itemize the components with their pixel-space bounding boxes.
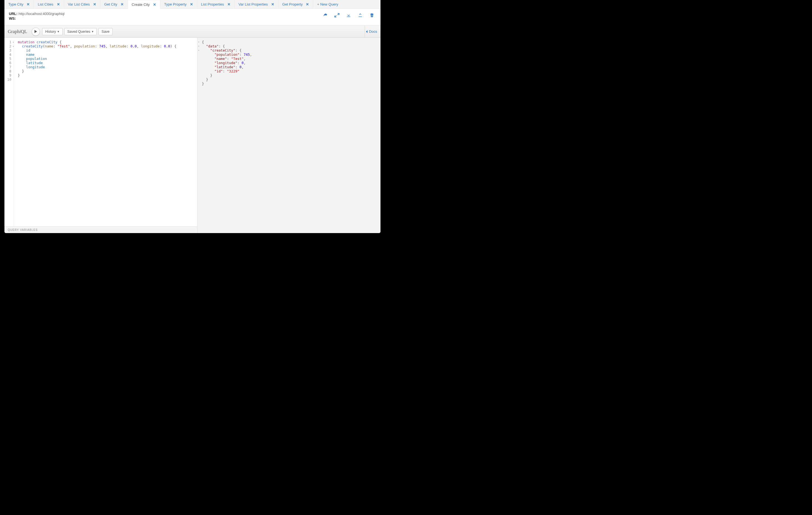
ws-label: WS:	[9, 17, 16, 21]
toolbar-divider	[365, 26, 365, 37]
query-tabs: Type City✕List Cities✕Var List Cities✕Ge…	[4, 0, 380, 9]
tab-label: List Cities	[38, 2, 53, 6]
save-label: Save	[102, 30, 110, 33]
connection-actions	[323, 12, 376, 18]
tab-label: Var List Cities	[68, 2, 90, 6]
logo-text-post: QL	[21, 29, 27, 34]
save-button[interactable]: Save	[98, 28, 113, 35]
tab-list-properties[interactable]: List Properties✕	[197, 0, 235, 8]
tab-label: Type Property	[164, 2, 186, 6]
execute-button[interactable]	[32, 27, 40, 36]
tab-var-list-properties[interactable]: Var List Properties✕	[235, 0, 279, 8]
close-icon[interactable]: ✕	[93, 2, 96, 6]
upload-icon[interactable]	[358, 13, 363, 18]
tab-list-cities[interactable]: List Cities✕	[34, 0, 64, 8]
query-pane: 1▾2▾345678910 mutation createCity { crea…	[4, 38, 198, 233]
history-button[interactable]: History▼	[42, 28, 63, 35]
docs-toggle[interactable]: Docs	[366, 29, 377, 33]
saved-queries-button[interactable]: Saved Queries▼	[64, 28, 97, 35]
tab-label: Type City	[8, 2, 23, 6]
close-icon[interactable]: ✕	[227, 2, 230, 6]
close-icon[interactable]: ✕	[190, 2, 193, 6]
close-icon[interactable]: ✕	[27, 2, 30, 6]
expand-icon[interactable]	[335, 13, 340, 18]
tab-create-city[interactable]: Create City✕	[128, 0, 160, 9]
caret-down-icon: ▼	[91, 30, 94, 33]
logo-text-pre: Graph	[8, 29, 20, 34]
close-icon[interactable]: ✕	[153, 2, 156, 7]
trash-icon[interactable]	[369, 13, 374, 18]
connection-bar: URL: http://localhost:4000/graphiql WS:	[4, 9, 380, 26]
tab-type-property[interactable]: Type Property✕	[160, 0, 197, 8]
query-editor[interactable]: 1▾2▾345678910 mutation createCity { crea…	[4, 38, 197, 226]
url-value: http://localhost:4000/graphiql	[19, 12, 65, 16]
download-icon[interactable]	[346, 13, 351, 18]
tab-type-city[interactable]: Type City✕	[4, 0, 34, 8]
history-label: History	[45, 30, 56, 33]
editor-toolbar: GraphiQL History▼ Saved Queries▼ Save Do…	[4, 26, 380, 38]
result-json[interactable]: ▾{ ▾ "data": { ▾ "createCity": { "popula…	[198, 38, 380, 86]
tab-label: List Properties	[201, 2, 224, 6]
caret-down-icon: ▼	[57, 30, 60, 33]
connection-info: URL: http://localhost:4000/graphiql WS:	[9, 12, 65, 21]
docs-label: Docs	[369, 29, 377, 33]
close-icon[interactable]: ✕	[121, 2, 124, 6]
editor-area: 1▾2▾345678910 mutation createCity { crea…	[4, 38, 380, 233]
app-window: Type City✕List Cities✕Var List Cities✕Ge…	[4, 0, 380, 233]
play-icon	[34, 30, 37, 33]
query-code[interactable]: mutation createCity { createCity(name: "…	[14, 40, 176, 226]
tab-label: Create City	[132, 2, 150, 7]
result-pane: ▾{ ▾ "data": { ▾ "createCity": { "popula…	[198, 38, 380, 233]
close-icon[interactable]: ✕	[57, 2, 60, 6]
tab-label: Get City	[104, 2, 117, 6]
graphiql-logo: GraphiQL	[7, 29, 29, 34]
new-query-tab[interactable]: + New Query	[313, 0, 342, 8]
line-gutter: 1▾2▾345678910	[4, 40, 14, 226]
chevron-left-icon	[366, 30, 368, 33]
saved-queries-label: Saved Queries	[67, 30, 90, 33]
tab-var-list-cities[interactable]: Var List Cities✕	[64, 0, 100, 8]
query-variables-bar[interactable]: Query Variables	[4, 226, 197, 233]
url-label: URL:	[9, 12, 18, 16]
tab-get-property[interactable]: Get Property✕	[279, 0, 313, 8]
close-icon[interactable]: ✕	[306, 2, 309, 6]
share-icon[interactable]	[323, 13, 328, 18]
tab-get-city[interactable]: Get City✕	[100, 0, 128, 8]
tab-label: Var List Properties	[238, 2, 268, 6]
close-icon[interactable]: ✕	[271, 2, 274, 6]
tab-label: Get Property	[282, 2, 303, 6]
